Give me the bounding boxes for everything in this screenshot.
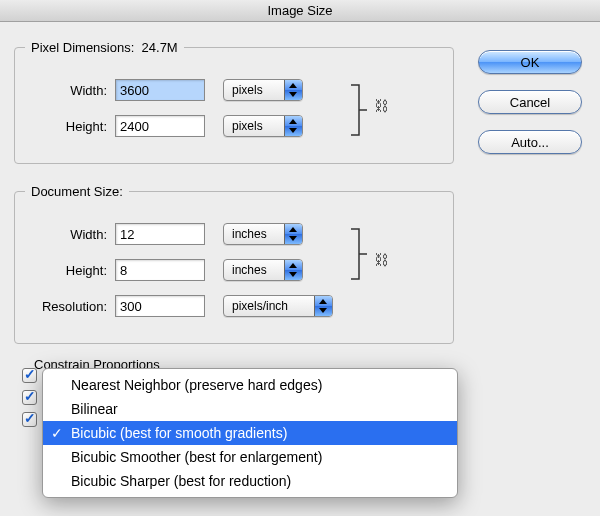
ds-resolution-input[interactable] (115, 295, 205, 317)
dialog-title: Image Size (0, 0, 600, 22)
link-bracket-icon (349, 223, 369, 285)
cancel-button[interactable]: Cancel (478, 90, 582, 114)
ds-height-input[interactable] (115, 259, 205, 281)
ds-width-label: Width: (25, 227, 115, 242)
pd-height-input[interactable] (115, 115, 205, 137)
chain-link-icon: ⛓ (374, 97, 389, 114)
auto-button[interactable]: Auto... (478, 130, 582, 154)
constrain-proportions-checkbox[interactable] (22, 390, 37, 405)
document-size-group: Document Size: Width: inches Height: inc… (14, 184, 454, 344)
ds-width-unit-select[interactable]: inches (223, 223, 303, 245)
menu-item-nearest-neighbor[interactable]: Nearest Neighbor (preserve hard edges) (43, 373, 457, 397)
stepper-icon (284, 80, 302, 100)
stepper-icon (284, 260, 302, 280)
menu-item-bicubic[interactable]: Bicubic (best for smooth gradients) (43, 421, 457, 445)
pd-width-unit-select[interactable]: pixels (223, 79, 303, 101)
pd-width-input[interactable] (115, 79, 205, 101)
ds-resolution-unit-select[interactable]: pixels/inch (223, 295, 333, 317)
menu-item-bicubic-sharper[interactable]: Bicubic Sharper (best for reduction) (43, 469, 457, 493)
link-bracket-icon (349, 79, 369, 141)
document-size-legend: Document Size: (25, 184, 129, 199)
pixel-dimensions-group: Pixel Dimensions: 24.7M Width: pixels He… (14, 40, 454, 164)
pd-height-label: Height: (25, 119, 115, 134)
chain-link-icon: ⛓ (374, 251, 389, 268)
ds-resolution-label: Resolution: (25, 299, 115, 314)
ds-height-unit-select[interactable]: inches (223, 259, 303, 281)
resample-image-checkbox[interactable] (22, 412, 37, 427)
stepper-icon (284, 224, 302, 244)
ds-width-input[interactable] (115, 223, 205, 245)
stepper-icon (314, 296, 332, 316)
pd-height-unit-select[interactable]: pixels (223, 115, 303, 137)
menu-item-bilinear[interactable]: Bilinear (43, 397, 457, 421)
resample-method-menu[interactable]: Nearest Neighbor (preserve hard edges) B… (42, 368, 458, 498)
pixel-dimensions-legend: Pixel Dimensions: 24.7M (25, 40, 184, 55)
ok-button[interactable]: OK (478, 50, 582, 74)
ds-height-label: Height: (25, 263, 115, 278)
menu-item-bicubic-smoother[interactable]: Bicubic Smoother (best for enlargement) (43, 445, 457, 469)
stepper-icon (284, 116, 302, 136)
pd-width-label: Width: (25, 83, 115, 98)
